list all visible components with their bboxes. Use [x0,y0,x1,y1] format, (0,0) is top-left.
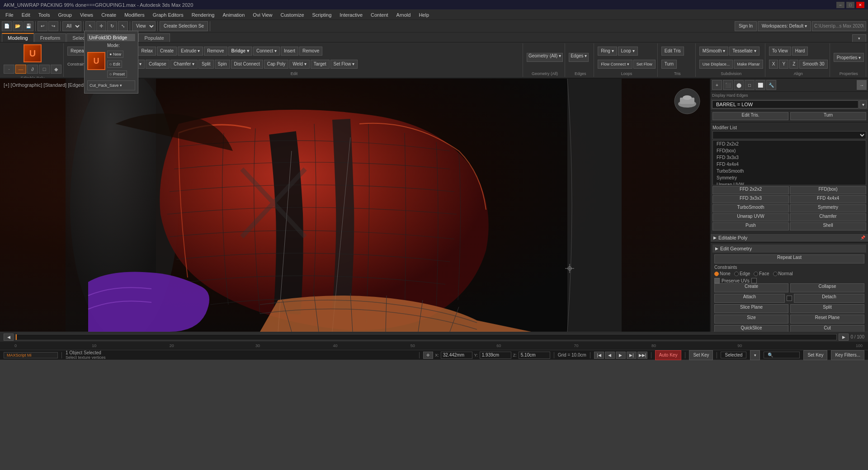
panel-btn-5[interactable]: ⬜ [755,80,765,90]
auto-key-btn[interactable]: Auto Key [655,350,682,360]
slice-plane-btn[interactable]: Slice Plane [714,304,788,313]
menu-item-group[interactable]: Group [54,11,75,19]
to-view-btn[interactable]: To View [769,47,791,56]
edges-dropdown[interactable]: Edges ▾ [569,53,589,62]
properties-dropdown[interactable]: Properties ▾ [834,53,864,62]
mode-dropdown[interactable]: All [62,21,81,31]
view-dropdown[interactable]: View [132,21,156,31]
key-filters-btn[interactable]: Key Filters... [831,350,864,360]
attach-btn[interactable]: Attach [714,294,785,303]
target-btn[interactable]: Target [311,60,330,69]
remove2-btn[interactable]: Remove [299,47,322,56]
turbosmooth-btn[interactable]: TurboSmooth [712,204,789,212]
menu-item-help[interactable]: Help [415,11,433,19]
edit-tris-btn[interactable]: Edit Tris [661,47,684,56]
face-radio[interactable] [754,272,758,276]
repeat-last-btn[interactable]: Repeat Last [714,254,864,263]
chamfer-btn[interactable]: Chamfer ▾ [170,60,198,69]
use-displace-btn[interactable]: Use Displace... [699,60,733,69]
z-btn[interactable]: Z [789,60,798,69]
turn-btn[interactable]: Turn [661,60,677,69]
hard-btn[interactable]: Hard [792,47,808,56]
spin-btn[interactable]: Spin [215,60,230,69]
preset-option[interactable]: ○ Preset [107,70,127,78]
split-btn2[interactable]: Split [790,304,864,313]
menu-item-ovi-view[interactable]: Ovi View [249,11,276,19]
modifier-list-combo[interactable] [712,131,866,139]
menu-item-tools[interactable]: Tools [35,11,54,19]
prev-btn[interactable]: ◀ [605,352,615,359]
dist-connect-btn[interactable]: Dist Connect [231,60,263,69]
preserve-uvs-settings[interactable] [751,278,757,283]
new-option[interactable]: ● New [107,51,123,58]
transform-icon[interactable]: ✛ [423,352,433,359]
z-coord-input[interactable] [519,352,550,359]
unwrap-uvw-btn[interactable]: Unwrap UVW [712,213,789,221]
panel-btn-1[interactable]: + [712,80,722,90]
timeline-next-btn[interactable]: ▶ [839,334,849,341]
tab-populate[interactable]: Populate [138,33,170,42]
menu-item-interactive[interactable]: Interactive [336,11,366,19]
cut-pack-save-btn[interactable]: Cut_Pack_Save ▾ [87,80,135,90]
scale-button[interactable]: ⤡ [118,21,128,31]
timeline-prev-btn[interactable]: ◀ [4,334,14,341]
panel-btn-6[interactable]: 🔧 [766,80,776,90]
prev-frame-btn[interactable]: |◀ [594,352,604,359]
viewport-canvas[interactable] [0,79,710,332]
save-scene-button[interactable]: 💾 [24,21,33,31]
ffd-3x3x3-btn[interactable]: FFD 3x3x3 [712,195,789,203]
undo-button[interactable]: ↩ [38,21,47,31]
attach-settings[interactable] [787,296,792,301]
collapse-btn[interactable]: Collapse [790,283,864,292]
timeline-bar[interactable] [15,334,837,340]
menu-item-rendering[interactable]: Rendering [188,11,218,19]
create-selection-button[interactable]: Create Selection Se [160,21,208,31]
quickslice-btn[interactable]: QuickSlice [714,325,788,332]
tab-settings[interactable]: ▾ [852,34,866,42]
split-btn[interactable]: Split [198,60,213,69]
menu-item-graph-editors[interactable]: Graph Editors [149,11,187,19]
editable-poly-item[interactable]: ▶ Editable Poly 📌 [711,234,868,242]
ffd-4x4x4-btn[interactable]: FFD 4x4x4 [790,195,866,203]
redo-button[interactable]: ↪ [48,21,58,31]
tab-freeform[interactable]: Freeform [34,33,66,42]
select-button[interactable]: ↖ [85,21,95,31]
normal-radio[interactable] [773,272,778,276]
connect-btn[interactable]: Connect ▾ [253,47,280,56]
modifier-unwrapuvw[interactable]: Unwrap UVW [713,181,866,185]
rotate-button[interactable]: ↻ [107,21,117,31]
reset-plane-btn[interactable]: Reset Plane [790,315,864,324]
modifier-turbosmooth[interactable]: TurboSmooth [713,168,866,174]
sign-in-button[interactable]: Sign In [735,21,757,31]
x-coord-input[interactable] [441,352,472,359]
panel-btn-3[interactable]: ⬤ [734,80,744,90]
modifier-ffd333[interactable]: FFD 3x3x3 [713,154,866,161]
close-button[interactable]: ✕ [856,2,864,8]
set-key-btn[interactable]: Set Key [689,350,713,360]
menu-item-views[interactable]: Views [76,11,97,19]
next-btn[interactable]: ▶| [627,352,637,359]
extrude-btn[interactable]: Extrude ▾ [178,47,203,56]
edit-option[interactable]: ○ Edit [107,61,122,68]
chamfer-mod-btn[interactable]: Chamfer [790,213,866,221]
size-btn[interactable]: Size [714,315,788,324]
y-coord-input[interactable] [480,352,511,359]
menu-item-animation[interactable]: Animation [219,11,248,19]
flow-connect-btn[interactable]: Flow Connect ▾ [598,60,632,69]
edge-radio[interactable] [734,272,739,276]
panel-btn-4[interactable]: □ [745,80,755,90]
weld-btn[interactable]: Weld ▾ [289,60,309,69]
none-radio[interactable] [714,272,719,276]
set-flow2-btn[interactable]: Set Flow [633,60,656,69]
loop-btn[interactable]: Loop ▾ [618,47,638,56]
create-btn[interactable]: Create [157,47,177,56]
ring-btn[interactable]: Ring ▾ [598,47,617,56]
menu-item-edit[interactable]: Edit [18,11,34,19]
symmetry-btn[interactable]: Symmetry [790,204,866,212]
make-planar-btn[interactable]: Make Planar [734,60,763,69]
subobj-element-btn[interactable]: ◆ [51,65,61,74]
y-btn[interactable]: Y [779,60,788,69]
maximize-button[interactable]: □ [846,2,854,8]
modifier-symmetry[interactable]: Symmetry [713,174,866,181]
panel-btn-7[interactable]: → [857,80,867,90]
